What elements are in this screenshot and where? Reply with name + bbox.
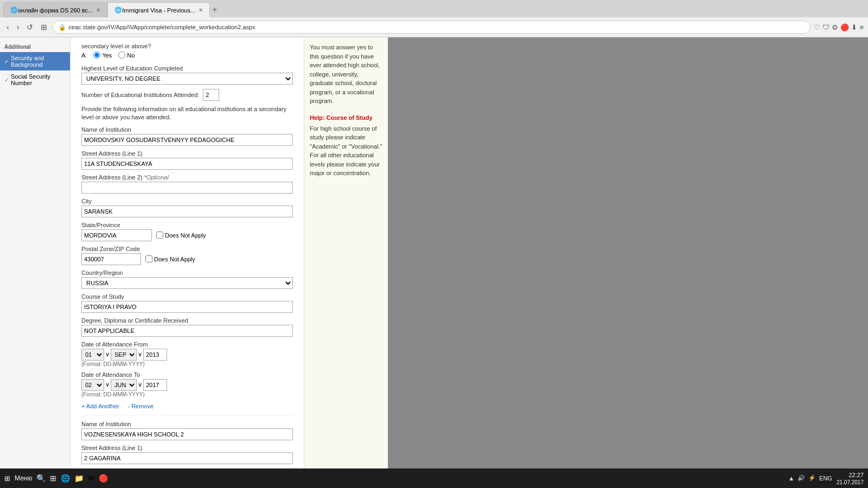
inst1-date-from-row: 01 ∨ SEP ∨ — [81, 349, 293, 361]
inst1-date-to-day[interactable]: 02 — [81, 379, 104, 391]
start-menu-icon[interactable]: ⊞ — [4, 474, 10, 483]
date-sep-3: ∨ — [105, 381, 110, 388]
inst1-postal-dna-checkbox[interactable] — [145, 255, 152, 262]
remove-button[interactable]: - Remove — [127, 403, 154, 409]
inst1-name-label: Name of Institution — [81, 126, 293, 133]
inst1-degree-label: Degree, Diploma or Certificate Received — [81, 317, 293, 324]
inst1-street2-group: Street Address (Line 2) *Optional — [81, 174, 293, 194]
search-taskbar-icon[interactable]: 🔍 — [36, 474, 46, 483]
mail-taskbar-icon[interactable]: ✉ — [88, 474, 94, 483]
menu-icon[interactable]: ≡ — [859, 23, 864, 31]
sidebar-item-security[interactable]: ✓ Security and Background — [0, 52, 70, 70]
tab-2[interactable]: 🌐 Immigrant Visa - Previous... ✕ — [107, 2, 210, 17]
explorer-taskbar-icon[interactable]: 📁 — [74, 474, 84, 483]
sidebar-section-additional: Additional — [0, 42, 70, 52]
red-app-icon[interactable]: 🔴 — [99, 474, 108, 483]
inst2-name-input[interactable] — [81, 428, 293, 440]
bookmark-icon[interactable]: ♡ — [814, 23, 820, 31]
refresh-button[interactable]: ↺ — [24, 22, 35, 33]
sidebar-label-ssn: Social Security Number — [11, 73, 66, 86]
inst1-date-from-month[interactable]: SEP — [111, 349, 137, 361]
num-institutions-input[interactable] — [203, 89, 219, 101]
inst1-degree-input[interactable] — [81, 325, 293, 337]
inst1-postal-dna-text: Does Not Apply — [154, 256, 195, 262]
ie-taskbar-icon[interactable]: 🌐 — [61, 474, 70, 483]
yes-radio-label[interactable]: Yes — [93, 52, 112, 59]
browser-chrome: 🌐 онлайн форма DS 260 вс... ✕ 🌐 Immigran… — [0, 0, 868, 37]
inst1-state-input[interactable] — [81, 229, 152, 241]
help-block-question: You must answer yes to this question if … — [310, 43, 382, 106]
education-level-select[interactable]: UNIVERSITY, NO DEGREE — [81, 73, 293, 85]
inst1-date-from-group: Date of Attendance From 01 ∨ SEP ∨ (Form… — [81, 341, 293, 367]
inst1-state-label: State/Province — [81, 222, 293, 228]
help-title: Help: Course of Study — [310, 114, 382, 121]
inst1-street1-input[interactable] — [81, 158, 293, 170]
clock[interactable]: 22:27 21.07.2017 — [837, 471, 864, 485]
taskbar-time: 22:27 — [837, 471, 864, 479]
new-tab-button[interactable]: + — [212, 5, 217, 15]
help-panel: You must answer yes to this question if … — [304, 37, 388, 488]
inst1-street2-input[interactable] — [81, 182, 293, 194]
address-bar-row: ‹ › ↺ ⊞ 🔒 ceac.state.gov/IV/App/IVApp/co… — [0, 17, 868, 37]
content-area: secondary level or above? A: Yes No High… — [71, 37, 868, 488]
main-layout: Additional ✓ Security and Background ✓ S… — [0, 37, 868, 488]
inst1-state-dna-label[interactable]: Does Not Apply — [156, 232, 206, 239]
tray-arrow[interactable]: ▲ — [788, 475, 794, 481]
inst1-country-group: Country/Region RUSSIA — [81, 269, 293, 289]
inst1-date-to-group: Date of Attendance To 02 ∨ JUN ∨ (Format… — [81, 371, 293, 397]
tray-sound[interactable]: 🔊 — [797, 474, 805, 481]
extension-icon-1[interactable]: 🛡 — [822, 23, 829, 31]
tray-power[interactable]: ⚡ — [808, 474, 816, 481]
inst1-state-row: Does Not Apply — [81, 229, 293, 241]
toolbar-icons: ♡ 🛡 ⚙ 🔴 ⬇ ≡ — [814, 23, 864, 31]
task-view-icon[interactable]: ⊞ — [50, 474, 56, 483]
help-text-course: For high school course of study please i… — [310, 124, 382, 178]
inst1-date-to-year[interactable] — [143, 379, 167, 391]
help-topic-text: Course of Study — [327, 114, 373, 121]
inst1-name-group: Name of Institution — [81, 126, 293, 146]
forward-button[interactable]: › — [15, 22, 22, 33]
inst1-postal-input[interactable] — [81, 253, 141, 265]
address-bar[interactable]: 🔒 ceac.state.gov/IV/App/IVApp/complete/c… — [53, 21, 810, 34]
taskbar: ⊞ Меню 🔍 ⊞ 🌐 📁 ✉ 🔴 ▲ 🔊 ⚡ ENG 22:27 21.07… — [0, 468, 868, 488]
no-radio[interactable] — [118, 52, 125, 59]
inst1-postal-group: Postal Zone/ZIP Code Does Not Apply — [81, 246, 293, 265]
yes-radio[interactable] — [93, 52, 100, 59]
date-sep-4: ∨ — [138, 381, 142, 388]
institution-1-block: Name of Institution Street Address (Line… — [81, 126, 293, 409]
extension-icon-4[interactable]: ⬇ — [851, 23, 857, 31]
inst1-street2-label-text: Street Address (Line 2) — [81, 174, 143, 181]
extension-icon-3[interactable]: 🔴 — [840, 23, 849, 31]
tab-1[interactable]: 🌐 онлайн форма DS 260 вс... ✕ — [3, 2, 107, 17]
extension-icon-2[interactable]: ⚙ — [832, 23, 838, 31]
inst1-country-select[interactable]: RUSSIA — [81, 277, 293, 289]
tray-language[interactable]: ENG — [819, 475, 832, 481]
inst1-state-dna-checkbox[interactable] — [156, 232, 163, 239]
inst1-street1-group: Street Address (Line 1) — [81, 150, 293, 170]
tab-2-favicon: 🌐 — [114, 7, 122, 14]
inst1-postal-dna-label[interactable]: Does Not Apply — [145, 255, 195, 262]
inst1-date-from-day[interactable]: 01 — [81, 349, 104, 361]
home-button[interactable]: ⊞ — [39, 22, 49, 33]
tab-1-close[interactable]: ✕ — [96, 7, 100, 13]
no-radio-label[interactable]: No — [118, 52, 135, 59]
help-block-course: Help: Course of Study For high school co… — [310, 114, 382, 178]
inst1-date-to-month[interactable]: JUN — [111, 379, 137, 391]
inst1-course-input[interactable] — [81, 301, 293, 313]
start-label[interactable]: Меню — [15, 474, 32, 482]
inst1-date-from-format: (Format: DD-MMM-YYYY) — [81, 361, 293, 367]
help-label-text: Help: — [310, 114, 325, 121]
inst1-city-input[interactable] — [81, 206, 293, 217]
taskbar-right: ▲ 🔊 ⚡ ENG 22:27 21.07.2017 — [788, 471, 864, 485]
back-button[interactable]: ‹ — [4, 22, 11, 33]
answer-label: A: — [81, 52, 87, 59]
add-another-button[interactable]: + Add Another — [81, 403, 119, 409]
tab-2-close[interactable]: ✕ — [199, 7, 203, 13]
sidebar-item-ssn[interactable]: ✓ Social Security Number — [0, 70, 70, 89]
inst1-name-input[interactable] — [81, 134, 293, 146]
inst2-street1-input[interactable] — [81, 452, 293, 464]
inst1-date-from-label: Date of Attendance From — [81, 341, 293, 348]
taskbar-left: ⊞ Меню 🔍 ⊞ 🌐 📁 ✉ 🔴 — [4, 474, 788, 483]
inst1-date-from-year[interactable] — [143, 349, 167, 361]
question-row: secondary level or above? A: Yes No — [81, 43, 293, 59]
